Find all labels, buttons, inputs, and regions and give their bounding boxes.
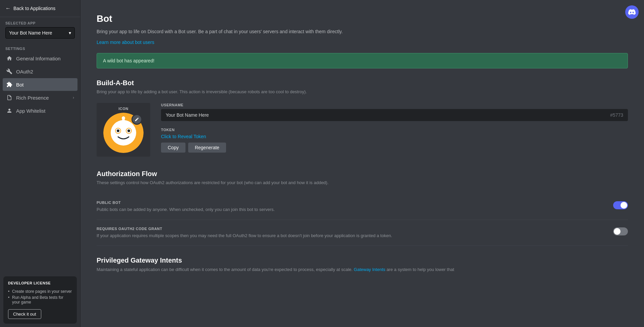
sidebar-item-label: App Whitelist [16, 108, 46, 114]
back-arrow-icon: ← [5, 5, 11, 11]
success-banner: A wild bot has appeared! [97, 53, 628, 68]
token-field-label: TOKEN [161, 128, 628, 132]
build-a-bot-grid: ICON [97, 103, 628, 157]
username-row: Your Bot Name Here #5773 [161, 109, 628, 121]
public-bot-title: PUBLIC BOT [97, 201, 398, 205]
sidebar-item-oauth2[interactable]: OAuth2 [3, 65, 77, 78]
dev-license-item: Run Alpha and Beta tests for your game [8, 294, 72, 305]
build-a-bot-description: Bring your app to life by adding a bot u… [97, 89, 628, 95]
sidebar-item-label: General Information [16, 56, 61, 61]
selected-app-section: SELECTED APP Your Bot Name Here ▾ [0, 17, 80, 41]
dev-license-list: Create store pages in your server Run Al… [8, 288, 72, 305]
dev-license-item: Create store pages in your server [8, 288, 72, 294]
bot-avatar-container[interactable] [103, 113, 144, 153]
document-icon [6, 94, 13, 101]
sidebar-item-rich-presence[interactable]: Rich Presence › [3, 91, 77, 104]
chevron-right-icon: › [73, 95, 74, 100]
svg-point-4 [117, 129, 119, 132]
auth-flow-section: Authorization Flow These settings contro… [97, 170, 628, 246]
gateway-description: Maintaining a stateful application can b… [97, 266, 628, 273]
sidebar-item-general[interactable]: General Information [3, 52, 77, 65]
icon-field-label: ICON [118, 107, 128, 111]
settings-label: SETTINGS [3, 47, 77, 51]
sidebar: ← Back to Applications SELECTED APP Your… [0, 0, 80, 327]
app-selector-dropdown[interactable]: Your Bot Name Here ▾ [5, 27, 75, 39]
copy-token-button[interactable]: Copy [161, 143, 185, 153]
sidebar-item-label: Rich Presence [16, 95, 49, 101]
wrench-icon [6, 68, 13, 75]
settings-nav: SETTINGS General Information OAuth2 [0, 41, 80, 120]
page-description: Bring your app to life on Discord with a… [97, 28, 628, 35]
success-message: A wild bot has appeared! [103, 58, 154, 63]
learn-more-link[interactable]: Learn more about bot users [97, 40, 154, 45]
gateway-description-suffix: are a system to help you lower that [386, 267, 454, 272]
discord-icon [625, 5, 639, 19]
oauth2-grant-info: REQUIRES OAUTH2 CODE GRANT If your appli… [97, 227, 398, 239]
build-a-bot-title: Build-A-Bot [97, 79, 628, 87]
dropdown-chevron-icon: ▾ [69, 30, 71, 36]
gateway-title: Privileged Gateway Intents [97, 257, 628, 264]
page-title: Bot [97, 13, 628, 24]
check-it-out-button[interactable]: Check it out [8, 309, 41, 319]
app-selector-value: Your Bot Name Here [9, 30, 52, 36]
sidebar-item-bot[interactable]: Bot [3, 78, 77, 91]
token-buttons: Copy Regenerate [161, 143, 628, 153]
oauth2-grant-title: REQUIRES OAUTH2 CODE GRANT [97, 227, 398, 231]
icon-upload-area: ICON [97, 103, 150, 157]
username-field-label: USERNAME [161, 103, 628, 107]
home-icon [6, 55, 13, 62]
discriminator-value: #5773 [610, 112, 623, 118]
sidebar-item-label: Bot [16, 82, 24, 88]
back-label: Back to Applications [13, 6, 55, 11]
gateway-intents-link[interactable]: Gateway Intents [354, 267, 385, 272]
svg-point-1 [111, 120, 136, 146]
build-a-bot-section: Build-A-Bot Bring your app to life by ad… [97, 79, 628, 157]
auth-flow-title: Authorization Flow [97, 170, 628, 178]
reveal-token-link[interactable]: Click to Reveal Token [161, 134, 628, 139]
selected-app-label: SELECTED APP [5, 21, 75, 25]
public-bot-description: Public bots can be added by anyone. When… [97, 207, 398, 213]
oauth2-grant-description: If your application requires multiple sc… [97, 233, 398, 239]
developer-license-box: DEVELOPER LICENSE Create store pages in … [3, 276, 77, 324]
back-to-applications[interactable]: ← Back to Applications [0, 0, 80, 17]
main-content: Bot Bring your app to life on Discord wi… [80, 0, 644, 327]
avatar-edit-button[interactable] [131, 114, 142, 125]
oauth2-grant-toggle[interactable] [613, 227, 628, 235]
auth-flow-description: These settings control how OAuth2 author… [97, 180, 628, 186]
svg-point-5 [127, 129, 130, 132]
public-bot-toggle[interactable] [613, 201, 628, 209]
svg-point-7 [122, 116, 125, 120]
oauth2-grant-row: REQUIRES OAUTH2 CODE GRANT If your appli… [97, 220, 628, 246]
regenerate-token-button[interactable]: Regenerate [188, 143, 226, 153]
person-icon [6, 107, 13, 114]
puzzle-icon [6, 81, 13, 88]
username-value: Your Bot Name Here [166, 112, 610, 118]
sidebar-item-label: OAuth2 [16, 69, 33, 74]
public-bot-row: PUBLIC BOT Public bots can be added by a… [97, 194, 628, 220]
username-token-area: USERNAME Your Bot Name Here #5773 TOKEN … [161, 103, 628, 157]
sidebar-item-app-whitelist[interactable]: App Whitelist [3, 104, 77, 117]
dev-license-title: DEVELOPER LICENSE [8, 281, 72, 285]
gateway-section: Privileged Gateway Intents Maintaining a… [97, 257, 628, 273]
public-bot-info: PUBLIC BOT Public bots can be added by a… [97, 201, 398, 213]
